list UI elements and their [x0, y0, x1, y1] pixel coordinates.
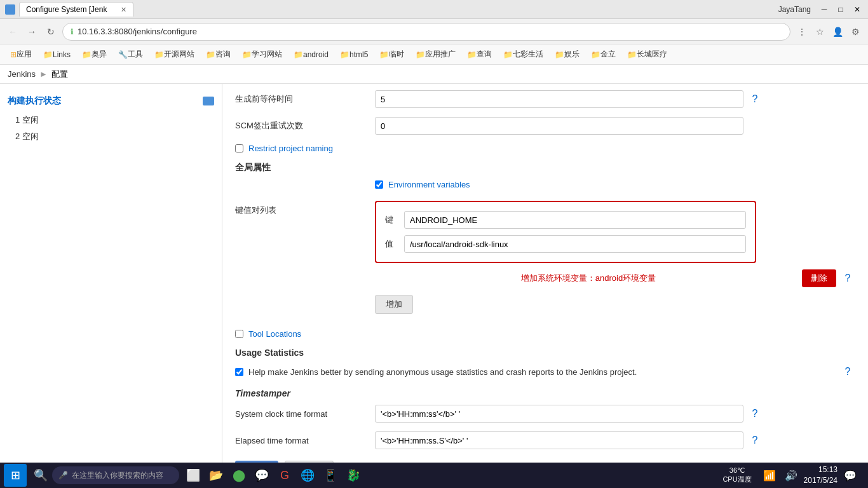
usage-help-icon[interactable]: ? [840, 364, 855, 379]
bookmark-folder-icon: 📁 [340, 50, 349, 59]
bookmark-folder-icon: 📁 [503, 50, 513, 59]
global-attrs-content: Environment variables [375, 180, 855, 194]
env-variables-checkbox[interactable] [375, 180, 383, 189]
back-button[interactable]: ← [5, 24, 20, 39]
restrict-naming-checkbox[interactable] [235, 144, 243, 152]
taskbar-app3[interactable]: 📱 [320, 465, 341, 485]
close-button[interactable]: ✕ [851, 4, 863, 15]
bookmark-folder-icon: 📁 [627, 50, 637, 59]
bookmark-colorlife[interactable]: 📁 七彩生活 [498, 48, 548, 61]
bookmark-label: 开源网站 [164, 49, 194, 60]
address-text: 10.16.3.3:8080/jenkins/configure [78, 27, 782, 36]
env-key-input[interactable] [404, 211, 746, 229]
bookmark-folder-icon: 📁 [82, 50, 92, 59]
taskbar-chrome[interactable]: ⬤ [229, 465, 249, 485]
env-variables-box: 键 值 [375, 201, 756, 263]
taskbar-wechat[interactable]: 💬 [252, 465, 272, 485]
profile-icon[interactable]: 👤 [830, 24, 845, 39]
bookmark-folder-icon: 📁 [379, 50, 389, 59]
taskbar-network[interactable]: 📶 [761, 466, 778, 484]
bookmark-folder-icon: 📁 [416, 50, 425, 59]
bookmark-label: 七彩生活 [513, 49, 543, 60]
bookmark-label: 工具 [128, 49, 143, 60]
taskbar-search-text: 在这里输入你要搜索的内容 [72, 470, 163, 481]
settings-icon[interactable]: ⚙ [848, 24, 863, 39]
elapsed-time-row: Elapsed time format ? [235, 431, 855, 449]
browser-favicon [5, 4, 15, 15]
bookmark-folder-icon: 📁 [242, 50, 252, 59]
taskbar: ⊞ 🔍 🎤 在这里输入你要搜索的内容 ⬜ 📂 ⬤ 💬 G 🌐 📱 🐉 36℃ C… [0, 463, 868, 488]
minimize-button[interactable]: ─ [818, 4, 830, 15]
bookmark-icon: ⊞ [10, 50, 17, 59]
taskbar-app1[interactable]: G [275, 465, 295, 485]
taskbar-task-view[interactable]: ⬜ [183, 465, 203, 485]
taskbar-action-center[interactable]: 💬 [841, 466, 859, 484]
delete-button[interactable]: 删除 [802, 269, 836, 287]
usage-stats-checkbox[interactable] [235, 368, 243, 376]
bookmark-opensource[interactable]: 📁 开源网站 [149, 48, 200, 61]
address-bar[interactable]: ℹ 10.16.3.3:8080/jenkins/configure [62, 23, 790, 41]
bookmark-temp[interactable]: 📁 临时 [374, 48, 409, 61]
env-value-input[interactable] [404, 235, 746, 253]
bookmark-folder-icon: 📁 [294, 50, 303, 59]
system-clock-help-icon[interactable]: ? [747, 406, 763, 421]
bookmark-promo[interactable]: 📁 应用推广 [410, 48, 461, 61]
elapsed-time-input[interactable] [375, 431, 743, 449]
env-note: 增加系统环境变量：android环境变量 [375, 273, 802, 284]
bookmark-label: html5 [349, 50, 368, 59]
bookmark-aoyi[interactable]: 📁 奥异 [77, 48, 112, 61]
usage-section-title: Usage Statistics [235, 348, 855, 358]
usage-stats-label: Help make Jenkins better by sending anon… [248, 367, 836, 377]
env-value-row: 值 [385, 235, 746, 253]
bookmark-medical[interactable]: 📁 长城医疗 [622, 48, 672, 61]
start-button[interactable]: ⊞ [4, 464, 27, 487]
bookmark-tools[interactable]: 🔧 工具 [113, 48, 148, 61]
tab-close-icon[interactable]: ✕ [121, 6, 126, 14]
bookmark-links[interactable]: 📁 Links [38, 49, 76, 60]
breadcrumb: Jenkins ► 配置 [0, 65, 868, 84]
sidebar-item-executor-2[interactable]: 2 空闲 [0, 128, 222, 145]
wait-time-label: 生成前等待时间 [235, 93, 375, 105]
taskbar-search[interactable]: 🎤 在这里输入你要搜索的内容 [52, 466, 179, 484]
bookmark-android[interactable]: 📁 android [288, 49, 334, 60]
bookmark-apps[interactable]: ⊞ 应用 [5, 48, 37, 61]
forward-button[interactable]: → [24, 24, 39, 39]
wait-time-input[interactable] [375, 90, 743, 108]
taskbar-cortana[interactable]: 🔍 [31, 465, 51, 485]
taskbar-volume[interactable]: 🔊 [782, 466, 800, 484]
add-button[interactable]: 增加 [375, 295, 413, 314]
secure-icon: ℹ [71, 27, 74, 36]
taskbar-explorer[interactable]: 📂 [206, 465, 226, 485]
global-attrs-title: 全局属性 [235, 162, 855, 173]
scm-retry-input[interactable] [375, 117, 743, 135]
breadcrumb-jenkins[interactable]: Jenkins [8, 69, 36, 79]
bookmark-entertainment[interactable]: 📁 娱乐 [550, 48, 585, 61]
bookmark-icon[interactable]: ☆ [812, 24, 827, 39]
system-clock-input[interactable] [375, 405, 743, 423]
taskbar-temp-value: 36℃ [722, 466, 751, 475]
refresh-button[interactable]: ↻ [43, 24, 58, 39]
tool-locations-checkbox[interactable] [235, 330, 243, 338]
bookmark-jinli[interactable]: 📁 金立 [586, 48, 621, 61]
elapsed-help-icon[interactable]: ? [747, 433, 763, 448]
bookmark-consult[interactable]: 📁 咨询 [201, 48, 236, 61]
kv-label: 键值对列表 [235, 201, 375, 216]
extensions-icon[interactable]: ⋮ [794, 24, 810, 39]
taskbar-app4[interactable]: 🐉 [343, 465, 363, 485]
maximize-button[interactable]: □ [835, 4, 846, 15]
sidebar-item-executor-1[interactable]: 1 空闲 [0, 112, 222, 128]
browser-tab[interactable]: Configure System [Jenk ✕ [19, 2, 133, 17]
bookmark-query[interactable]: 📁 查询 [462, 48, 497, 61]
bookmark-html5[interactable]: 📁 html5 [335, 49, 373, 60]
scm-retry-row: SCM签出重试次数 [235, 117, 855, 135]
bookmark-folder-icon: 📁 [555, 50, 564, 59]
wait-time-help-icon[interactable]: ? [747, 92, 763, 107]
sidebar-item-number: 1 [15, 115, 22, 125]
bookmark-learning[interactable]: 📁 学习网站 [237, 48, 287, 61]
env-help-icon[interactable]: ? [840, 271, 855, 286]
sidebar-collapse-button[interactable] [203, 97, 214, 105]
bookmark-label: 应用 [17, 49, 32, 60]
right-content: 生成前等待时间 ? SCM签出重试次数 Restrict project nam… [222, 84, 868, 463]
toolbar-actions: ⋮ ☆ 👤 ⚙ [794, 24, 863, 39]
taskbar-app2[interactable]: 🌐 [297, 465, 318, 485]
